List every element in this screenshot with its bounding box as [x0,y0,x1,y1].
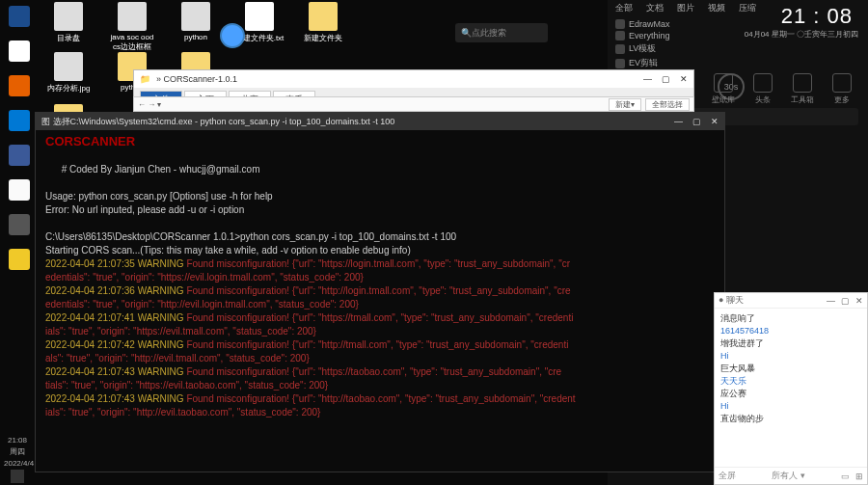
chat-title-label: ● 聊天 [719,294,744,307]
close-icon[interactable]: ✕ [711,117,719,126]
app-icon [615,59,625,68]
terminal-line: 2022-04-04 21:07:43 WARNING [45,393,186,404]
terminal-line: Found misconfiguration! {"url": "http://… [186,285,570,296]
chat-line[interactable]: Hi [720,400,861,413]
clock: 21 : 08 04月04 星期一 〇壬寅年三月初四 [745,4,858,40]
launcher-column [0,0,39,485]
tab-img[interactable]: 图片 [677,2,694,14]
minimize-icon[interactable]: — [643,74,652,84]
terminal-line: 2022-04-04 21:07:42 WARNING [45,339,186,350]
chat-popup[interactable]: ● 聊天 — ▢ ✕ 消息响了 1614576418 增我进群了 Hi 巨大风暴… [714,292,868,485]
clock-date: 04月04 星期一 〇壬寅年三月初四 [745,29,858,40]
ascii-banner: CORSCANNER [45,134,135,148]
terminal-window[interactable]: 图 选择C:\Windows\System32\cmd.exe - python… [35,112,725,472]
chat-fullscreen[interactable]: 全屏 [719,470,736,482]
list-item[interactable]: EV剪辑 [615,56,860,70]
system-clock-area: 21:08 周四 2022/4/4 [0,423,35,485]
terminal-titlebar[interactable]: 图 选择C:\Windows\System32\cmd.exe - python… [36,113,724,130]
search-input[interactable]: 🔍 点此搜索 [455,23,548,42]
chat-audience-dropdown[interactable]: 所有人 ▾ [772,470,805,482]
app-icon [615,44,625,54]
taskbar-day: 周四 [4,446,31,457]
terminal-output[interactable]: CORSCANNER # Coded By Jianjun Chen - whu… [36,130,724,425]
terminal-line: Found misconfiguration! {"url": "https:/… [186,258,570,269]
terminal-line: C:\Users\86135\Desktop\CORScanner 1.0.1>… [45,231,456,242]
taskbar-date: 2022/4/4 [4,459,31,468]
desktop: 目录盘 java soc ood cs边边框框版-2.0.0 python 新建… [0,0,868,485]
edge-icon[interactable] [9,6,30,27]
chat-line[interactable]: Hi [720,350,861,363]
minimize-icon[interactable]: — [674,117,683,126]
tab-doc[interactable]: 文档 [646,2,664,14]
terminal-line: 2022-04-04 21:07:36 WARNING [45,285,186,296]
terminal-line: ials": "true", "origin": "http://evil.ta… [45,407,320,418]
close-icon[interactable]: ✕ [855,296,863,306]
nav-arrows[interactable]: ← → ▾ [138,100,161,109]
window-title: 图 选择C:\Windows\System32\cmd.exe - python… [41,116,394,128]
app-icon [615,19,625,29]
app-icon[interactable] [9,249,30,270]
chat-messages: 消息响了 1614576418 增我进群了 Hi 巨大风暴 天天乐 应公赛 Hi… [715,309,867,467]
terminal-line: Found misconfiguration! {"url": "http://… [186,339,568,350]
clock-time: 21 : 08 [781,4,853,29]
chat-line: 直齿物的步 [720,413,861,425]
app-icon[interactable] [9,179,30,201]
taskbar-time: 21:08 [4,436,31,445]
desktop-file[interactable]: 内存分析.jpg [42,52,95,94]
tool-box[interactable]: 工具箱 [791,73,814,105]
terminal-line: edentials": "true", "origin": "https://e… [45,272,364,283]
terminal-line: 2022-04-04 21:07:35 WARNING [45,258,186,269]
select-all-button[interactable]: 全部选择 [645,98,690,111]
terminal-line: edentials": "true", "origin": "http://ev… [45,299,359,310]
terminal-line: Found misconfiguration! {"url": "https:/… [186,366,561,377]
tab-all[interactable]: 全部 [615,2,633,14]
explorer-titlebar[interactable]: 📁 » CORScanner-1.0.1 — ▢ ✕ [134,70,693,88]
chrome-icon[interactable] [9,40,30,62]
terminal-line: Starting CORS scan...(Tips: this may tak… [45,245,411,256]
app-icon [615,31,625,40]
terminal-line: Error: No url inputed, please add -u or … [45,204,244,215]
terminal-line: Found misconfiguration! {"url": "https:/… [186,312,573,323]
minimize-icon[interactable]: — [827,296,835,306]
terminal-line: 2022-04-04 21:07:43 WARNING [45,366,186,377]
chat-line[interactable]: 天天乐 [720,375,861,388]
tool-news[interactable]: 头条 [753,73,773,105]
terminal-line: Found misconfiguration! {"url": "http://… [186,393,575,404]
app-icon[interactable] [9,145,30,166]
terminal-line: tials": "true", "origin": "https://evil.… [45,380,328,391]
chat-line: 应公赛 [720,388,861,400]
new-dropdown[interactable]: 新建▾ [609,98,641,111]
assistant-button[interactable] [220,23,245,48]
chat-titlebar[interactable]: ● 聊天 — ▢ ✕ [715,293,867,309]
terminal-line: als": "true", "origin": "http://evil.tma… [45,353,310,364]
tool-more[interactable]: 更多 [832,73,852,105]
close-icon[interactable]: ✕ [680,74,688,84]
desktop-file[interactable]: 新建文件夹 [297,2,349,63]
maximize-icon[interactable]: ▢ [841,296,850,306]
chat-icon[interactable]: ⊞ [855,472,863,481]
maximize-icon[interactable]: ▢ [692,117,701,126]
terminal-line: # Coded By Jianjun Chen - whucjj@gmail.c… [62,164,260,175]
app-icon[interactable] [9,214,30,235]
vscode-icon[interactable] [9,110,30,131]
chat-line: 巨大风暴 [720,363,861,375]
terminal-line: 2022-04-04 21:07:41 WARNING [45,312,186,323]
terminal-line: ials": "true", "origin": "https://evil.t… [45,326,316,337]
chat-footer: 全屏 所有人 ▾ ▭ ⊞ [715,467,867,484]
chat-line: 增我进群了 [720,337,861,350]
list-item[interactable]: LV模板 [615,41,860,56]
chat-icon[interactable]: ▭ [841,472,850,481]
chat-line[interactable]: 1614576418 [720,325,861,337]
tool-wallpaper[interactable]: 壁纸库 [712,73,735,105]
chat-line: 消息响了 [720,312,861,325]
explorer-toolbar: ← → ▾ 新建▾ 全部选择 [133,96,694,112]
folder-icon: 📁 [140,74,150,84]
terminal-line: Usage: python cors_scan.py [Options] use… [45,191,273,202]
maximize-icon[interactable]: ▢ [662,74,670,84]
firefox-icon[interactable] [9,75,30,96]
show-desktop-button[interactable] [11,470,24,483]
tab-video[interactable]: 视频 [708,2,725,14]
window-title: » CORScanner-1.0.1 [156,74,237,84]
